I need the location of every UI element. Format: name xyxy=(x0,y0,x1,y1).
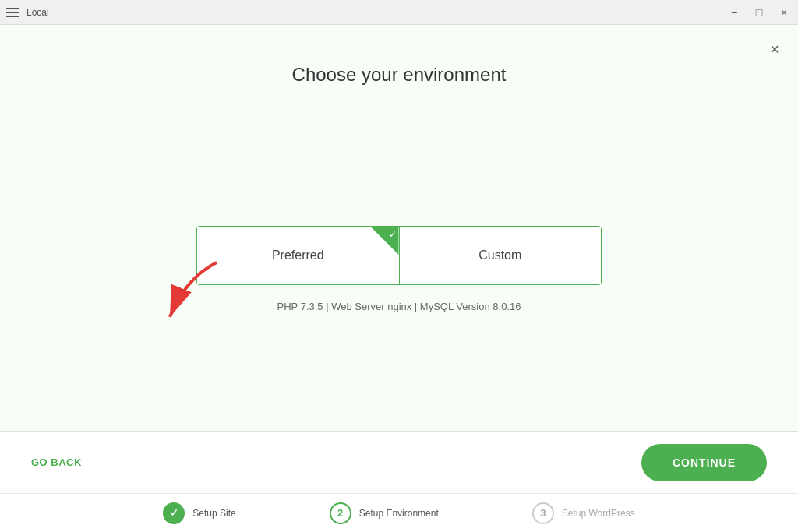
step-2-circle: 2 xyxy=(330,502,351,524)
page-title: Choose your environment xyxy=(292,64,507,86)
step-2-label: Setup Environment xyxy=(359,508,439,519)
titlebar: Local − □ × xyxy=(0,0,798,25)
titlebar-close-button[interactable]: × xyxy=(776,5,792,20)
step-1-label: Setup Site xyxy=(192,508,235,519)
step-3-label: Setup WordPress xyxy=(562,508,635,519)
step-setup-environment: 2 Setup Environment xyxy=(330,502,439,524)
step-3-circle: 3 xyxy=(532,502,554,524)
step-setup-wordpress: 3 Setup WordPress xyxy=(532,502,635,524)
preferred-option[interactable]: Preferred xyxy=(197,227,400,284)
main-content: × Choose your environment Preferred Cust… xyxy=(0,25,798,431)
hamburger-icon[interactable] xyxy=(6,8,19,17)
titlebar-left: Local xyxy=(6,7,49,18)
app-title: Local xyxy=(26,7,49,18)
titlebar-controls: − □ × xyxy=(726,5,792,20)
bottom-bar: GO BACK CONTINUE xyxy=(0,431,798,493)
dialog-close-button[interactable]: × xyxy=(770,41,779,58)
custom-label: Custom xyxy=(478,248,521,262)
custom-option[interactable]: Custom xyxy=(400,227,602,284)
step-setup-site: ✓ Setup Site xyxy=(163,502,235,524)
go-back-button[interactable]: GO BACK xyxy=(31,456,82,468)
environment-info: PHP 7.3.5 | Web Server nginx | MySQL Ver… xyxy=(277,301,521,312)
step-1-circle: ✓ xyxy=(163,502,185,524)
maximize-button[interactable]: □ xyxy=(751,5,767,20)
continue-button[interactable]: CONTINUE xyxy=(641,444,767,481)
environment-options: Preferred Custom xyxy=(196,226,602,285)
preferred-label: Preferred xyxy=(272,248,324,262)
check-badge xyxy=(371,227,399,255)
minimize-button[interactable]: − xyxy=(726,5,742,20)
steps-footer: ✓ Setup Site 2 Setup Environment 3 Setup… xyxy=(0,493,798,532)
